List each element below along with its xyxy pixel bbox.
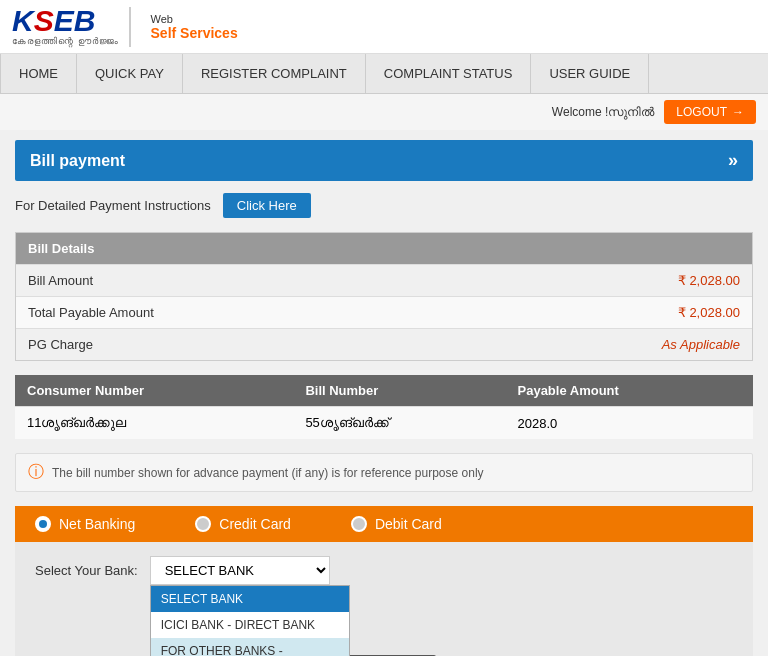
select-bank-label: Select Your Bank: bbox=[35, 563, 138, 578]
net-banking-label: Net Banking bbox=[59, 516, 135, 532]
nav-user-guide[interactable]: USER GUIDE bbox=[531, 54, 649, 93]
nav-complaint-status[interactable]: COMPLAINT STATUS bbox=[366, 54, 532, 93]
instructions-row: For Detailed Payment Instructions Click … bbox=[15, 193, 753, 218]
logout-button[interactable]: LOGOUT → bbox=[664, 100, 756, 124]
dropdown-item-icici[interactable]: ICICI BANK - DIRECT BANK bbox=[151, 612, 349, 638]
bill-payment-title: Bill payment bbox=[30, 152, 125, 170]
chevron-right-icon: » bbox=[728, 150, 738, 171]
bank-dropdown-container: SELECT BANK ICICI BANK - DIRECT BANK FOR… bbox=[150, 556, 330, 585]
instructions-label: For Detailed Payment Instructions bbox=[15, 198, 211, 213]
table-row: 11ശൃങ്ഖർക്കുല 55ശൃങ്ഖര്‍ക്ക് 2028.0 bbox=[15, 407, 753, 440]
logout-icon: → bbox=[732, 105, 744, 119]
bill-amount-label: Bill Amount bbox=[28, 273, 93, 288]
total-payable-label: Total Payable Amount bbox=[28, 305, 154, 320]
welcome-bar: Welcome !സുനിൽ LOGOUT → bbox=[0, 94, 768, 130]
bill-amount-value: ₹ 2,028.00 bbox=[678, 273, 740, 288]
debit-card-radio[interactable] bbox=[351, 516, 367, 532]
bill-number-header: Bill Number bbox=[293, 375, 505, 407]
total-payable-value: ₹ 2,028.00 bbox=[678, 305, 740, 320]
payable-amount-header: Payable Amount bbox=[506, 375, 754, 407]
nav-quick-pay[interactable]: QUICK PAY bbox=[77, 54, 183, 93]
welcome-text: Welcome !സുനിൽ bbox=[552, 105, 654, 119]
header-divider bbox=[129, 7, 131, 47]
bill-payment-header: Bill payment » bbox=[15, 140, 753, 181]
note-row: ⓘ The bill number shown for advance paym… bbox=[15, 453, 753, 492]
bank-select-dropdown[interactable]: SELECT BANK ICICI BANK - DIRECT BANK FOR… bbox=[150, 556, 330, 585]
consumer-table: Consumer Number Bill Number Payable Amou… bbox=[15, 375, 753, 439]
consumer-number-cell: 11ശൃങ്ഖർക്കുല bbox=[15, 407, 293, 440]
pg-charge-label: PG Charge bbox=[28, 337, 93, 352]
nav-home[interactable]: HOME bbox=[0, 54, 77, 93]
consumer-number-header: Consumer Number bbox=[15, 375, 293, 407]
bill-details-section: Bill Details Bill Amount ₹ 2,028.00 Tota… bbox=[15, 232, 753, 361]
total-payable-row: Total Payable Amount ₹ 2,028.00 bbox=[16, 296, 752, 328]
debit-card-option[interactable]: Debit Card bbox=[351, 516, 442, 532]
logo-undertext: കേരളത്തിന്റെ ഊർജ്ജം bbox=[12, 36, 119, 47]
dropdown-item-select[interactable]: SELECT BANK bbox=[151, 586, 349, 612]
info-icon: ⓘ bbox=[28, 462, 44, 483]
main-content: Bill payment » For Detailed Payment Inst… bbox=[0, 130, 768, 656]
kseb-logo: KSEB കേരളത്തിന്റെ ഊർജ്ജം bbox=[12, 6, 119, 47]
bank-select-row: Select Your Bank: SELECT BANK ICICI BANK… bbox=[35, 556, 733, 585]
bank-select-area: Select Your Bank: SELECT BANK ICICI BANK… bbox=[15, 542, 753, 656]
click-here-button[interactable]: Click Here bbox=[223, 193, 311, 218]
payable-amount-cell: 2028.0 bbox=[506, 407, 754, 440]
bill-number-cell: 55ശൃങ്ഖര്‍ക്ക് bbox=[293, 407, 505, 440]
pg-charge-value: As Applicable bbox=[662, 337, 740, 352]
navigation-bar: HOME QUICK PAY REGISTER COMPLAINT COMPLA… bbox=[0, 54, 768, 94]
debit-card-label: Debit Card bbox=[375, 516, 442, 532]
logo-text: KSEB bbox=[12, 6, 95, 36]
credit-card-radio[interactable] bbox=[195, 516, 211, 532]
bill-amount-row: Bill Amount ₹ 2,028.00 bbox=[16, 264, 752, 296]
payment-options-bar: Net Banking Credit Card Debit Card bbox=[15, 506, 753, 542]
bank-dropdown-menu: SELECT BANK ICICI BANK - DIRECT BANK FOR… bbox=[150, 585, 350, 656]
credit-card-option[interactable]: Credit Card bbox=[195, 516, 291, 532]
logout-label: LOGOUT bbox=[676, 105, 727, 119]
note-text: The bill number shown for advance paymen… bbox=[52, 466, 484, 480]
pg-charge-row: PG Charge As Applicable bbox=[16, 328, 752, 360]
web-label: Web bbox=[151, 13, 238, 25]
dropdown-item-other-federal[interactable]: FOR OTHER BANKS - FEDERAL BANK bbox=[151, 638, 349, 656]
nav-register-complaint[interactable]: REGISTER COMPLAINT bbox=[183, 54, 366, 93]
net-banking-option[interactable]: Net Banking bbox=[35, 516, 135, 532]
page-header: KSEB കേരളത്തിന്റെ ഊർജ്ജം Web Self Servic… bbox=[0, 0, 768, 54]
bill-details-header: Bill Details bbox=[16, 233, 752, 264]
credit-card-label: Credit Card bbox=[219, 516, 291, 532]
web-self-services: Web Self Services bbox=[151, 13, 238, 41]
net-banking-radio[interactable] bbox=[35, 516, 51, 532]
self-services-label: Self Services bbox=[151, 25, 238, 41]
